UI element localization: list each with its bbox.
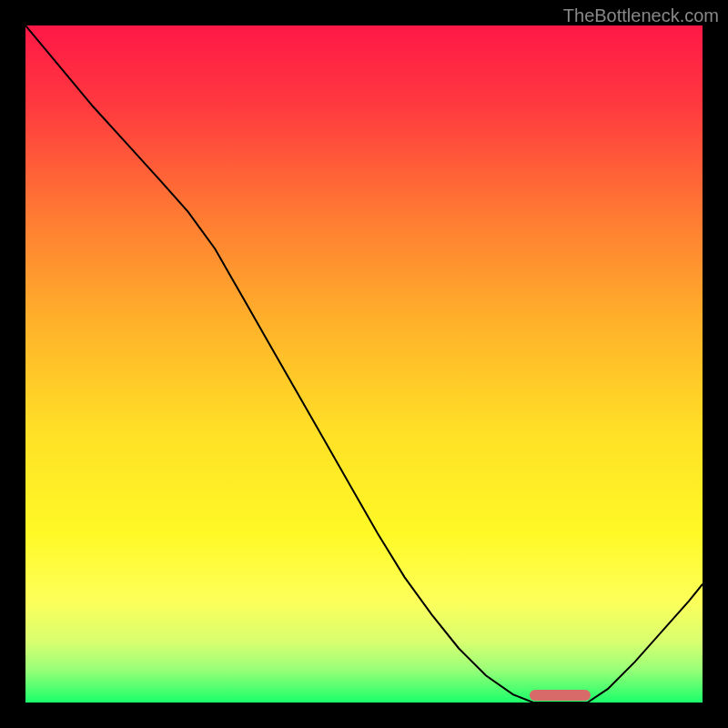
watermark-text: TheBottleneck.com bbox=[563, 5, 719, 26]
optimal-range-marker bbox=[530, 690, 591, 701]
bottleneck-curve bbox=[25, 25, 703, 703]
plot-area bbox=[25, 25, 703, 703]
chart-container: TheBottleneck.com bbox=[0, 0, 728, 728]
